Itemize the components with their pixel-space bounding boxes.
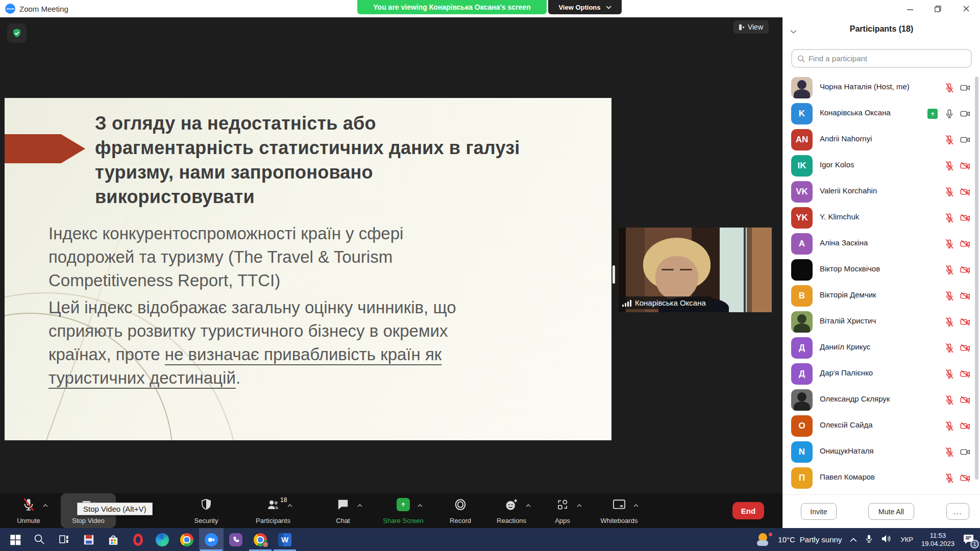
- search-icon: [797, 55, 805, 63]
- participant-row[interactable]: П Павел Комаров: [783, 465, 980, 491]
- security-shield-icon[interactable]: [7, 23, 27, 43]
- action-center-icon[interactable]: 1: [963, 533, 976, 546]
- opera-icon: [133, 534, 143, 546]
- chevron-up-icon[interactable]: [287, 500, 292, 509]
- view-button[interactable]: View: [733, 20, 769, 34]
- view-layout-icon: [739, 24, 744, 30]
- participant-row[interactable]: AN Andrii Nahornyi: [783, 127, 980, 153]
- taskbar-app-zoom[interactable]: [199, 528, 224, 551]
- language-indicator[interactable]: УКР: [900, 536, 913, 543]
- participant-avatar: YK: [791, 207, 813, 229]
- taskbar-app-opera[interactable]: [126, 528, 150, 551]
- shield-icon: [199, 497, 213, 512]
- participant-avatar: [791, 77, 813, 98]
- chevron-down-icon: [606, 6, 611, 9]
- participant-row[interactable]: Віктор Москвічов: [783, 257, 980, 283]
- taskbar-app-microsoft-store[interactable]: [101, 528, 126, 551]
- participant-row[interactable]: Д Дар'я Палієнко: [783, 361, 980, 387]
- taskbar-app-search[interactable]: [28, 528, 52, 551]
- toolbar-whiteboards-button[interactable]: Whiteboards: [593, 493, 646, 528]
- close-button[interactable]: [952, 0, 980, 17]
- camera-status-icon: [959, 446, 971, 458]
- taskbar-app-chrome[interactable]: [175, 528, 199, 551]
- smiley-icon: [504, 497, 519, 512]
- participant-row[interactable]: В Вікторія Демчик: [783, 283, 980, 309]
- toolbar-security-button[interactable]: Security: [180, 493, 233, 528]
- stop-video-tooltip: Stop Video (Alt+V): [77, 503, 153, 515]
- zoom-logo-icon: zoom: [5, 4, 15, 14]
- participant-row[interactable]: Віталій Христич: [783, 309, 980, 335]
- taskbar-clock[interactable]: 11:53 19.04.2023: [921, 532, 954, 548]
- camera-status-icon: [959, 238, 971, 249]
- end-meeting-button[interactable]: End: [732, 502, 764, 519]
- more-options-button[interactable]: ...: [946, 503, 969, 520]
- participant-row[interactable]: IK Igor Kolos: [783, 153, 980, 179]
- participant-row[interactable]: YK Y. Klimchuk: [783, 205, 980, 231]
- taskbar-app-file-manager[interactable]: [77, 528, 101, 551]
- participant-row[interactable]: О Олексій Сайда: [783, 413, 980, 439]
- viber-icon: [229, 533, 242, 546]
- participant-row[interactable]: Д Даниїл Крикус: [783, 335, 980, 361]
- toolbar-reactions-button[interactable]: Reactions: [485, 493, 538, 528]
- camera-status-icon: [959, 186, 971, 197]
- mic-status-icon: [944, 82, 955, 93]
- tray-mic-icon[interactable]: [865, 534, 873, 546]
- participant-row[interactable]: VK Valerii Korchahin: [783, 179, 980, 205]
- participant-row[interactable]: K Конарівська Оксана: [783, 101, 980, 127]
- chevron-up-icon[interactable]: [526, 500, 531, 509]
- camera-status-icon: [959, 342, 971, 354]
- invite-button[interactable]: Invite: [801, 503, 837, 520]
- camera-status-icon: [959, 264, 971, 276]
- chevron-up-icon[interactable]: [633, 500, 639, 509]
- weather-widget[interactable]: 10°C Partly sunny: [757, 533, 842, 547]
- mute-all-button[interactable]: Mute All: [868, 503, 914, 520]
- chevron-up-icon[interactable]: [357, 500, 362, 509]
- view-options-button[interactable]: View Options: [548, 0, 622, 14]
- toolbar-chat-button[interactable]: Chat: [316, 493, 370, 528]
- restore-button[interactable]: [924, 0, 952, 17]
- participant-row[interactable]: Чорна Наталія (Host, me): [783, 75, 980, 101]
- mic-muted-icon: [21, 497, 36, 512]
- scrollbar[interactable]: [975, 77, 978, 480]
- chevron-up-icon[interactable]: [418, 500, 423, 509]
- tray-volume-icon[interactable]: [881, 534, 892, 545]
- taskbar-app-edge[interactable]: [150, 528, 175, 551]
- camera-status-icon: [959, 82, 971, 93]
- clock-date: 19.04.2023: [921, 540, 954, 548]
- participants-panel: Participants (18) Чорна Наталія (Host, m…: [782, 17, 980, 528]
- mic-status-icon: [944, 160, 955, 171]
- participant-row[interactable]: A Аліна Заскіна: [783, 231, 980, 257]
- search-input[interactable]: [808, 54, 966, 63]
- mic-status-icon: [944, 368, 955, 380]
- mic-status-icon: [944, 212, 955, 223]
- camera-status-icon: [959, 368, 971, 380]
- toolbar-record-button[interactable]: Record: [434, 493, 487, 528]
- toolbar-share-screen-button[interactable]: Share Screen: [377, 493, 430, 528]
- participant-search-box[interactable]: [791, 49, 972, 68]
- share-icon: [396, 497, 410, 512]
- panel-drag-handle[interactable]: [612, 265, 615, 284]
- weather-icon: [757, 533, 773, 547]
- title-bar: zoom Zoom Meeting You are viewing Конарі…: [0, 0, 980, 17]
- toolbar-participants-button[interactable]: 18 Participants: [247, 493, 300, 528]
- start-icon: [9, 533, 22, 546]
- taskbar-app-start[interactable]: [3, 528, 28, 551]
- taskbar-app-chrome-profile[interactable]: [248, 528, 273, 551]
- taskbar-app-viber[interactable]: [224, 528, 248, 551]
- toolbar-apps-button[interactable]: Apps: [536, 493, 589, 528]
- minimize-button[interactable]: [896, 0, 924, 17]
- tray-expand-chevron-icon[interactable]: [850, 535, 857, 544]
- participant-row[interactable]: N ОнищукНаталя: [783, 439, 980, 465]
- participant-row[interactable]: Олександр Склярук: [783, 387, 980, 413]
- chevron-up-icon[interactable]: [577, 500, 582, 509]
- participant-avatar: В: [791, 285, 813, 307]
- taskbar-app-task-view[interactable]: [52, 528, 77, 551]
- participant-video-tile[interactable]: Конарівська Оксана: [619, 228, 772, 312]
- toolbar-unmute-button[interactable]: Unmute: [2, 493, 55, 528]
- participants-count-badge: 18: [280, 496, 287, 504]
- chevron-up-icon[interactable]: [43, 500, 48, 509]
- taskbar-app-word[interactable]: W: [273, 528, 297, 551]
- clock-time: 11:53: [921, 532, 954, 540]
- participant-avatar: О: [791, 415, 813, 437]
- mic-status-icon: [944, 472, 955, 484]
